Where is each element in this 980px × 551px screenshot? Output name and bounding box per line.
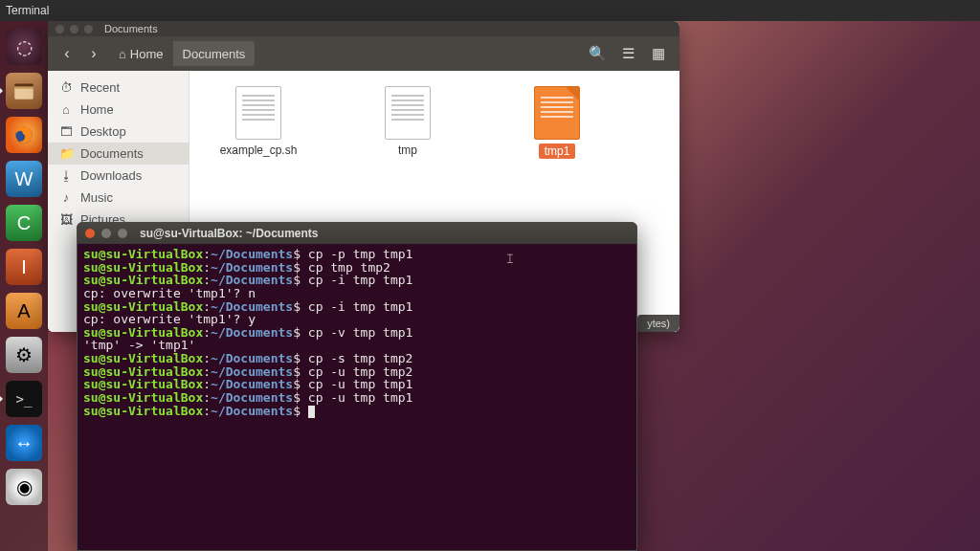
- sidebar-item-label: Desktop: [80, 124, 126, 139]
- launcher-firefox[interactable]: [4, 115, 44, 155]
- launcher-lo-calc[interactable]: C: [4, 203, 44, 243]
- search-icon: 🔍: [589, 45, 607, 61]
- files-window-title: Documents: [104, 23, 158, 34]
- terminal-title: su@su-VirtualBox: ~/Documents: [140, 227, 319, 240]
- home-icon: ⌂: [59, 102, 73, 117]
- grid-icon: ▦: [652, 45, 665, 61]
- files-titlebar[interactable]: Documents: [48, 21, 679, 36]
- view-list-button[interactable]: ☰: [614, 45, 641, 62]
- file-item[interactable]: tmp1: [509, 86, 605, 159]
- lo-impress-icon: I: [6, 249, 42, 285]
- music-icon: ♪: [59, 190, 73, 205]
- breadcrumb-home[interactable]: ⌂ Home: [109, 41, 173, 66]
- disc-icon: ◉: [6, 469, 42, 505]
- launcher-software[interactable]: A: [4, 291, 44, 331]
- minimize-icon[interactable]: [101, 229, 111, 238]
- file-icon: [385, 86, 431, 140]
- cursor: [308, 406, 315, 418]
- files-toolbar: ‹ › ⌂ Home Documents 🔍 ☰ ▦: [48, 36, 679, 71]
- sidebar-item-label: Documents: [80, 146, 144, 161]
- terminal-body[interactable]: su@su-VirtualBox:~/Documents$ cp -p tmp …: [78, 244, 636, 550]
- file-name: tmp: [398, 143, 417, 157]
- launcher-settings[interactable]: ⚙: [4, 335, 44, 375]
- sidebar-item-desktop[interactable]: 🗔Desktop: [48, 121, 189, 143]
- file-icon: [235, 86, 281, 140]
- breadcrumb-home-label: Home: [130, 47, 164, 61]
- file-item[interactable]: tmp: [360, 86, 456, 157]
- sidebar-item-recent[interactable]: ⏱Recent: [48, 77, 189, 99]
- lo-writer-icon: W: [6, 161, 42, 197]
- forward-button[interactable]: ›: [82, 45, 105, 62]
- close-icon[interactable]: [56, 25, 64, 33]
- sidebar-item-label: Recent: [80, 80, 120, 95]
- maximize-icon[interactable]: [118, 229, 127, 238]
- firefox-icon: [6, 117, 42, 153]
- svg-rect-2: [14, 87, 33, 89]
- text-cursor-icon: 𝙸: [505, 251, 515, 267]
- svg-rect-0: [14, 83, 33, 86]
- terminal-window: su@su-VirtualBox: ~/Documents su@su-Virt…: [77, 222, 637, 551]
- launcher-lo-impress[interactable]: I: [4, 247, 44, 287]
- active-app-title: Terminal: [6, 4, 49, 17]
- maximize-icon[interactable]: [84, 25, 93, 33]
- file-name: example_cp.sh: [220, 143, 298, 157]
- sidebar-item-label: Home: [80, 102, 114, 117]
- sidebar-item-music[interactable]: ♪Music: [48, 187, 189, 209]
- desktop-icon: 🗔: [59, 124, 73, 139]
- downloads-icon: ⭳: [59, 168, 73, 183]
- recent-icon: ⏱: [59, 80, 73, 95]
- terminal-icon: >_: [6, 381, 42, 417]
- sidebar-item-label: Music: [80, 190, 113, 205]
- breadcrumb-current[interactable]: Documents: [173, 41, 256, 66]
- file-name: tmp1: [539, 143, 576, 159]
- breadcrumb-current-label: Documents: [183, 47, 246, 61]
- search-button[interactable]: 🔍: [584, 45, 611, 62]
- sidebar-item-downloads[interactable]: ⭳Downloads: [48, 165, 189, 187]
- breadcrumb: ⌂ Home Documents: [109, 41, 255, 66]
- dash-icon: ◌: [6, 29, 42, 65]
- files-icon: [6, 73, 42, 109]
- status-bar: ytes): [637, 315, 679, 332]
- lo-calc-icon: C: [6, 205, 42, 241]
- pictures-icon: 🖼: [59, 212, 73, 227]
- sidebar-item-label: Downloads: [80, 168, 142, 183]
- launcher-dash[interactable]: ◌: [4, 27, 44, 67]
- documents-icon: 📁: [59, 146, 73, 161]
- launcher-files[interactable]: [4, 71, 44, 111]
- sidebar-item-documents[interactable]: 📁Documents: [48, 143, 189, 165]
- home-icon: ⌂: [119, 47, 126, 61]
- teamviewer-icon: ↔: [6, 425, 42, 461]
- launcher-disc[interactable]: ◉: [4, 467, 44, 507]
- top-menubar: Terminal: [0, 0, 980, 21]
- terminal-titlebar[interactable]: su@su-VirtualBox: ~/Documents: [78, 223, 636, 244]
- software-icon: A: [6, 293, 42, 329]
- sidebar-item-home[interactable]: ⌂Home: [48, 99, 189, 121]
- back-button[interactable]: ‹: [56, 45, 78, 62]
- file-item[interactable]: example_cp.sh: [211, 86, 306, 157]
- launcher-lo-writer[interactable]: W: [4, 159, 44, 199]
- unity-launcher: ◌WCIA⚙>_↔◉: [0, 21, 48, 551]
- view-grid-button[interactable]: ▦: [645, 45, 672, 62]
- file-icon: [534, 86, 580, 140]
- list-icon: ☰: [622, 45, 635, 61]
- launcher-teamviewer[interactable]: ↔: [4, 423, 44, 463]
- close-icon[interactable]: [85, 229, 95, 238]
- settings-icon: ⚙: [6, 337, 42, 373]
- minimize-icon[interactable]: [70, 25, 78, 33]
- launcher-terminal[interactable]: >_: [4, 379, 44, 419]
